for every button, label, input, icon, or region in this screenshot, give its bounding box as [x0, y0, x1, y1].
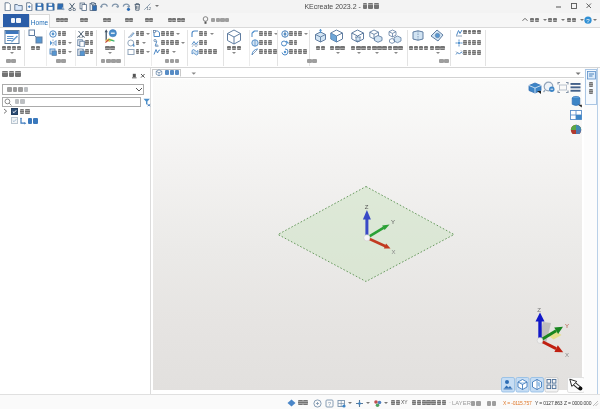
svg-text:?: ? — [586, 16, 590, 23]
svg-text:?: ? — [328, 400, 331, 406]
svg-text:Z: Z — [537, 306, 541, 312]
svg-text:Y: Y — [565, 323, 569, 329]
svg-text:X: X — [565, 351, 569, 357]
svg-text:Y: Y — [391, 219, 395, 225]
svg-text:X: X — [392, 248, 396, 254]
svg-text:Z: Z — [365, 203, 369, 209]
